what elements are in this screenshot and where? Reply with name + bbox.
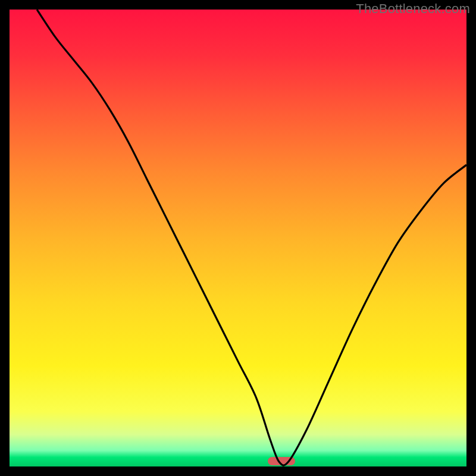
plot-area	[10, 10, 466, 466]
bottleneck-marker	[268, 457, 295, 465]
curve-path	[37, 10, 466, 465]
bottleneck-curve	[10, 10, 466, 466]
watermark-text: TheBottleneck.com	[356, 1, 470, 17]
chart-frame: TheBottleneck.com	[0, 0, 476, 476]
